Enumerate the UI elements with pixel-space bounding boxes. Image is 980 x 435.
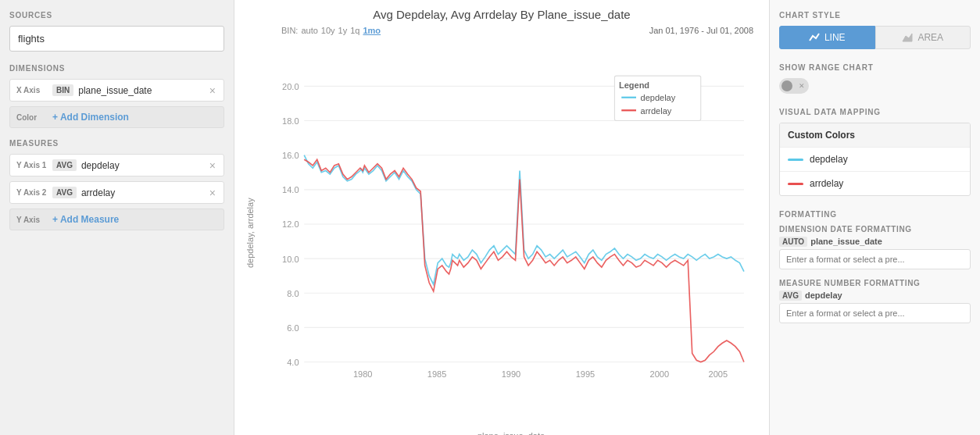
bin-tag: BIN — [52, 84, 73, 96]
measure-field-2: arrdelay — [81, 187, 208, 198]
chart-svg: 20.0 18.0 16.0 14.0 12.0 10.0 8.0 6.0 4.… — [261, 38, 761, 427]
visual-data-box: Custom Colors depdelay arrdelay — [779, 123, 971, 196]
svg-text:Legend: Legend — [619, 80, 649, 90]
show-range-toggle-row: ✕ — [779, 78, 971, 94]
remove-measure-2-button[interactable]: × — [208, 187, 217, 198]
sources-label: SOURCES — [9, 11, 224, 20]
remove-dimension-button[interactable]: × — [208, 85, 217, 96]
chart-area: Avg Depdelay, Avg Arrdelay By Plane_issu… — [234, 0, 769, 435]
depdelay-color-label: depdelay — [810, 154, 848, 165]
add-measure-button[interactable]: + Add Measure — [52, 214, 119, 225]
bin-10y[interactable]: 10y — [321, 26, 335, 35]
svg-text:18.0: 18.0 — [282, 116, 299, 126]
line-icon — [809, 32, 820, 43]
area-style-button[interactable]: AREA — [875, 26, 971, 49]
svg-text:14.0: 14.0 — [282, 185, 299, 194]
source-input[interactable] — [9, 26, 224, 52]
dim-field-label: AUTOplane_issue_date — [779, 237, 971, 246]
measure-format-input[interactable] — [779, 303, 971, 323]
svg-text:10.0: 10.0 — [282, 255, 299, 264]
bin-1q[interactable]: 1q — [350, 26, 359, 35]
svg-text:4.0: 4.0 — [287, 358, 299, 367]
measure-field-name: depdelay — [805, 291, 842, 300]
svg-text:2005: 2005 — [709, 369, 728, 379]
date-range: Jan 01, 1976 - Jul 01, 2008 — [649, 26, 753, 35]
svg-text:6.0: 6.0 — [287, 323, 299, 333]
svg-text:12.0: 12.0 — [282, 219, 299, 229]
y-axis-1-label: Y Axis 1 — [16, 161, 49, 169]
bin-auto[interactable]: auto — [301, 26, 317, 35]
dim-date-fmt-label: DIMENSION DATE FORMATTING — [779, 225, 971, 234]
y-axis-1-row: Y Axis 1 AVG depdelay × — [9, 154, 224, 176]
chart-style-label: CHART STYLE — [779, 11, 971, 20]
color-axis-label: Color — [16, 113, 49, 122]
measure-field-label: AVGdepdelay — [779, 291, 971, 300]
bin-1y[interactable]: 1y — [338, 26, 348, 35]
chart-title: Avg Depdelay, Avg Arrdelay By Plane_issu… — [242, 8, 761, 21]
chart-style-buttons: LINE AREA — [779, 26, 971, 49]
svg-text:8.0: 8.0 — [287, 289, 299, 298]
arrdelay-color-label: arrdelay — [810, 178, 843, 189]
chart-controls: BIN: auto 10y 1y 1q 1mo Jan 01, 1976 - J… — [242, 26, 761, 35]
remove-measure-1-button[interactable]: × — [208, 160, 217, 171]
depdelay-color-swatch — [788, 159, 803, 161]
show-range-toggle[interactable]: ✕ — [779, 78, 809, 94]
y-axis-2-label: Y Axis 2 — [16, 188, 49, 197]
avg-tag-2: AVG — [52, 187, 77, 198]
measure-field-1: depdelay — [81, 160, 208, 171]
arrdelay-color-swatch — [788, 183, 803, 185]
chart-wrapper: depdelay, arrdelay 20.0 18.0 16.0 14.0 1… — [242, 38, 761, 427]
x-axis-chart-label: plane_issue_date — [261, 431, 761, 435]
area-icon — [902, 32, 913, 43]
toggle-knob — [781, 80, 792, 91]
formatting-section: FORMATTING DIMENSION DATE FORMATTING AUT… — [779, 210, 971, 333]
svg-text:depdelay: depdelay — [641, 93, 676, 102]
bin-label: BIN: — [281, 26, 298, 35]
color-item-arrdelay: arrdelay — [780, 172, 970, 195]
svg-text:arrdelay: arrdelay — [641, 106, 672, 116]
left-panel: SOURCES DIMENSIONS X Axis BIN plane_issu… — [0, 0, 234, 435]
formatting-label: FORMATTING — [779, 210, 971, 219]
bin-1mo[interactable]: 1mo — [363, 26, 381, 35]
dim-field-name: plane_issue_date — [810, 237, 882, 246]
custom-colors-header: Custom Colors — [780, 123, 970, 148]
svg-text:20.0: 20.0 — [282, 82, 299, 91]
line-btn-label: LINE — [824, 32, 846, 43]
toggle-x-icon: ✕ — [799, 82, 805, 90]
add-measure-row[interactable]: Y Axis + Add Measure — [9, 209, 224, 230]
line-style-button[interactable]: LINE — [779, 26, 875, 49]
color-item-depdelay: depdelay — [780, 148, 970, 172]
dim-format-input[interactable] — [779, 249, 971, 269]
avg-tag-1: AVG — [52, 159, 77, 171]
dimension-field-name: plane_issue_date — [78, 85, 208, 96]
svg-text:1985: 1985 — [427, 369, 447, 379]
svg-text:2000: 2000 — [650, 369, 670, 379]
y-axis-add-label: Y Axis — [16, 216, 49, 224]
svg-text:16.0: 16.0 — [282, 151, 299, 160]
x-axis-label: X Axis — [16, 86, 49, 94]
right-panel: CHART STYLE LINE AREA SHOW RANGE CHART ✕… — [769, 0, 980, 435]
svg-text:1990: 1990 — [502, 369, 521, 379]
svg-marker-30 — [903, 34, 912, 41]
show-range-label: SHOW RANGE CHART — [779, 63, 971, 72]
y-axis-2-row: Y Axis 2 AVG arrdelay × — [9, 181, 224, 204]
visual-data-mapping-label: VISUAL DATA MAPPING — [779, 108, 971, 116]
measures-label: MEASURES — [9, 139, 224, 148]
area-btn-label: AREA — [917, 32, 943, 43]
y-axis-chart-label: depdelay, arrdelay — [242, 38, 261, 427]
dimensions-label: DIMENSIONS — [9, 64, 224, 73]
measure-fmt-label: MEASURE NUMBER FORMATTING — [779, 279, 971, 287]
measure-field-tag: AVG — [779, 291, 802, 301]
svg-text:1995: 1995 — [576, 369, 596, 379]
chart-svg-area: 20.0 18.0 16.0 14.0 12.0 10.0 8.0 6.0 4.… — [261, 38, 761, 427]
x-axis-dimension-row: X Axis BIN plane_issue_date × — [9, 79, 224, 102]
svg-text:1980: 1980 — [353, 369, 373, 379]
add-dimension-button[interactable]: + Add Dimension — [52, 112, 129, 123]
color-dimension-row[interactable]: Color + Add Dimension — [9, 106, 224, 128]
dim-field-tag: AUTO — [779, 237, 807, 247]
